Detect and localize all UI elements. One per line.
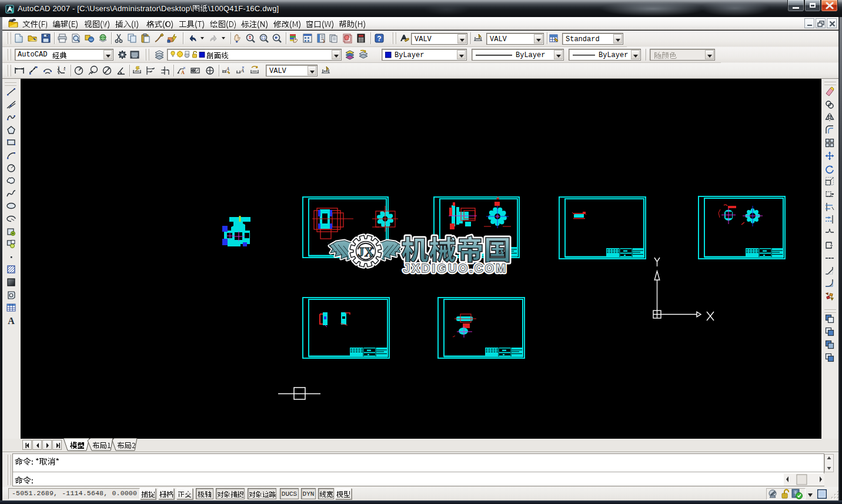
svg-text:X: X xyxy=(64,68,66,71)
svg-text:A: A xyxy=(181,70,185,75)
svg-text:JX: JX xyxy=(357,245,375,259)
svg-text:Y: Y xyxy=(58,65,60,69)
svg-text:JXDIGUO.COM: JXDIGUO.COM xyxy=(403,262,507,275)
svg-text:A: A xyxy=(8,316,15,326)
svg-text:?: ? xyxy=(377,35,381,43)
svg-text:A: A xyxy=(226,66,229,72)
svg-text:A: A xyxy=(240,68,245,74)
